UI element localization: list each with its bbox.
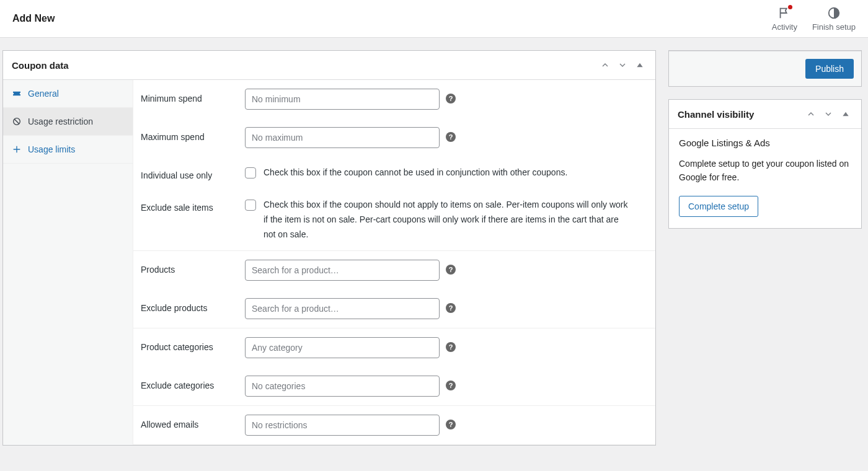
toggle-panel-button[interactable] (839, 107, 852, 121)
coupon-tabs: General Usage restriction Usage limits (3, 80, 133, 445)
publish-panel: Publish (668, 50, 862, 87)
exclude-products-label: Exclude products (141, 298, 239, 313)
ban-icon (12, 117, 22, 126)
coupon-data-title: Coupon data (12, 60, 69, 71)
exclude-sale-checkbox[interactable] (245, 200, 256, 211)
finish-setup-label: Finish setup (812, 22, 856, 32)
individual-use-label: Individual use only (141, 165, 239, 180)
toggle-panel-button[interactable] (633, 58, 647, 72)
exclude-products-input[interactable] (245, 298, 440, 319)
page-title: Add New (12, 13, 55, 24)
move-up-button[interactable] (598, 58, 612, 72)
individual-use-checkbox[interactable] (245, 167, 256, 178)
circle-half-icon (827, 6, 841, 20)
individual-use-text: Check this box if the coupon cannot be u… (264, 165, 586, 180)
coupon-data-header: Coupon data (3, 51, 655, 80)
products-label: Products (141, 260, 239, 275)
help-icon[interactable]: ? (446, 420, 456, 429)
exclude-sale-label: Exclude sale items (141, 198, 239, 213)
ticket-icon (12, 89, 22, 99)
channel-visibility-title: Channel visibility (678, 109, 754, 120)
tab-usage-limits[interactable]: Usage limits (3, 136, 133, 164)
coupon-content: Minimum spend ? Maximum spend ? Individu… (133, 80, 655, 445)
move-down-button[interactable] (616, 58, 629, 72)
flag-icon (777, 6, 791, 20)
limits-icon (12, 144, 22, 154)
complete-setup-button[interactable]: Complete setup (679, 196, 758, 217)
product-categories-label: Product categories (141, 337, 239, 352)
exclude-sale-text: Check this box if the coupon should not … (264, 198, 647, 242)
allowed-emails-label: Allowed emails (141, 415, 239, 429)
max-spend-label: Maximum spend (141, 127, 239, 142)
tab-general[interactable]: General (3, 80, 133, 108)
product-categories-select[interactable]: Any category (245, 337, 440, 358)
move-up-button[interactable] (804, 107, 818, 121)
coupon-data-panel: Coupon data General Usage restriction (2, 50, 656, 446)
tab-usage-restriction-label: Usage restriction (28, 117, 93, 126)
activity-label: Activity (772, 22, 797, 32)
channel-visibility-panel: Channel visibility Google Listings & Ads… (668, 99, 862, 229)
publish-button[interactable]: Publish (805, 59, 854, 79)
help-icon[interactable]: ? (446, 132, 456, 142)
max-spend-input[interactable] (245, 127, 440, 148)
help-icon[interactable]: ? (446, 265, 456, 275)
channel-description: Complete setup to get your coupon listed… (679, 157, 851, 185)
help-icon[interactable]: ? (446, 381, 456, 390)
help-icon[interactable]: ? (446, 94, 456, 103)
products-input[interactable] (245, 260, 440, 281)
min-spend-input[interactable] (245, 89, 440, 110)
tab-usage-restriction[interactable]: Usage restriction (3, 108, 133, 136)
tab-general-label: General (28, 89, 59, 99)
top-bar: Add New Activity Finish setup (0, 0, 868, 38)
help-icon[interactable]: ? (446, 303, 456, 313)
finish-setup-button[interactable]: Finish setup (812, 6, 856, 32)
notification-dot-icon (788, 5, 792, 9)
tab-usage-limits-label: Usage limits (28, 144, 75, 154)
exclude-categories-label: Exclude categories (141, 376, 239, 390)
activity-button[interactable]: Activity (772, 6, 797, 32)
min-spend-label: Minimum spend (141, 89, 239, 103)
allowed-emails-input[interactable] (245, 415, 440, 436)
exclude-categories-select[interactable]: No categories (245, 376, 440, 397)
help-icon[interactable]: ? (446, 342, 456, 352)
channel-heading: Google Listings & Ads (679, 138, 851, 148)
move-down-button[interactable] (822, 107, 835, 121)
